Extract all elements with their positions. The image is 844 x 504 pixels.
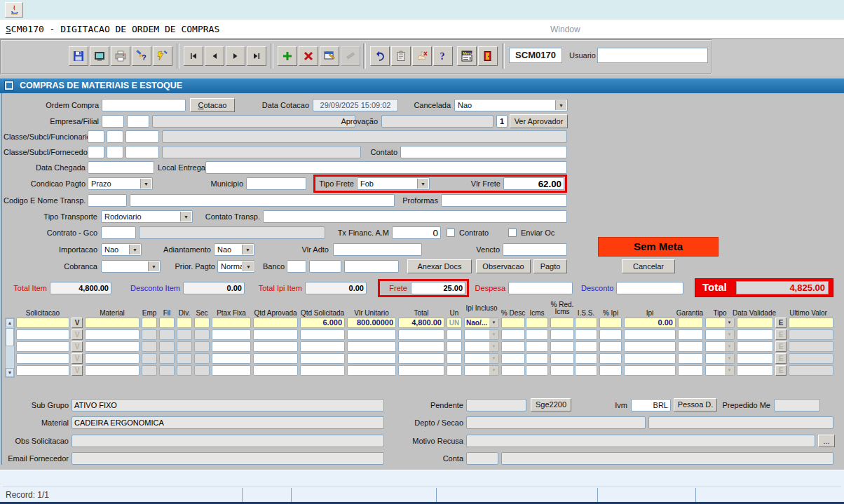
cell-material[interactable]	[85, 318, 139, 328]
cell-pct-desc[interactable]	[501, 353, 525, 364]
adiantamento-dropdown[interactable]: Nao▼	[214, 243, 254, 256]
cell-icms[interactable]	[526, 365, 548, 376]
cell-pct-ipi[interactable]	[599, 318, 622, 328]
classe-forn-1-input[interactable]	[88, 146, 104, 158]
cancelada-dropdown[interactable]: Nao▼	[454, 99, 568, 111]
cell-ptax-fixa[interactable]	[212, 365, 251, 376]
print-button[interactable]	[111, 46, 130, 66]
cancelar-button[interactable]: Cancelar	[622, 259, 675, 273]
cell-data-validade[interactable]	[737, 365, 773, 376]
cell-garantia[interactable]	[678, 353, 703, 364]
cell-total[interactable]	[398, 353, 444, 364]
cell-total[interactable]	[398, 329, 444, 340]
tipo-dropdown[interactable]: ▼	[705, 318, 735, 328]
despesa-input[interactable]	[508, 282, 573, 294]
enviar-oc-checkbox[interactable]	[508, 229, 517, 237]
cell-data-validade[interactable]	[737, 353, 773, 364]
pagto-button[interactable]: Pagto	[533, 259, 567, 273]
cell-iss[interactable]	[575, 341, 597, 352]
cell-solicitacao[interactable]	[16, 318, 69, 328]
save-button[interactable]	[69, 46, 88, 66]
cell-material[interactable]	[85, 365, 139, 376]
municipio-input[interactable]	[246, 177, 306, 190]
print-screen-button[interactable]	[90, 46, 109, 66]
cell-emp[interactable]	[142, 318, 157, 328]
codigo-transp-input[interactable]	[88, 194, 127, 207]
usuario-input[interactable]	[597, 48, 708, 63]
cell-pct-desc[interactable]	[501, 329, 525, 340]
cell-garantia[interactable]	[678, 329, 703, 340]
ver-aprovador-button[interactable]: Ver Aprovador	[510, 114, 568, 128]
cell-pct-red-icms[interactable]	[550, 318, 574, 328]
cell-garantia[interactable]	[678, 341, 703, 352]
cell-garantia[interactable]	[678, 318, 703, 328]
enter-query-button[interactable]	[320, 46, 339, 66]
contato-input[interactable]	[400, 146, 567, 158]
cell-data-validade[interactable]	[737, 341, 773, 352]
importacao-dropdown[interactable]: Nao▼	[101, 243, 142, 256]
cell-qtd-aprovada[interactable]	[253, 365, 298, 376]
observacao-button[interactable]: Observacao	[476, 259, 531, 273]
cell-ptax-fixa[interactable]	[212, 329, 251, 340]
cell-qtd-solicitada[interactable]	[300, 329, 345, 340]
cell-garantia[interactable]	[678, 365, 703, 376]
cell-pct-desc[interactable]	[501, 341, 525, 352]
pessoa-d-button[interactable]: Pessoa D.	[674, 398, 717, 411]
scroll-down-icon[interactable]: ▼	[6, 368, 14, 377]
cell-solicitacao[interactable]	[16, 329, 69, 340]
cell-total[interactable]: 4,800.00	[398, 318, 444, 328]
delete-record-button[interactable]	[299, 46, 318, 66]
contato-transp-input[interactable]	[263, 210, 567, 223]
last-record-button[interactable]	[247, 46, 266, 66]
previous-record-button[interactable]	[205, 46, 224, 66]
cell-pct-desc[interactable]	[501, 365, 525, 376]
banco-3-input[interactable]	[344, 260, 399, 273]
cell-ipi[interactable]	[624, 341, 676, 352]
cell-material[interactable]	[85, 353, 139, 364]
desconto-input[interactable]	[616, 282, 683, 294]
cell-pct-red-icms[interactable]	[550, 353, 574, 364]
cell-div[interactable]	[177, 318, 192, 328]
cell-icms[interactable]	[526, 318, 548, 328]
cell-qtd-aprovada[interactable]	[253, 341, 298, 352]
cell-total[interactable]	[398, 365, 444, 376]
local-entrega-input[interactable]	[205, 161, 567, 174]
scrollbar-thumb[interactable]	[6, 328, 14, 346]
banco-2-input[interactable]	[309, 260, 341, 273]
ellipsis-button[interactable]: ...	[818, 435, 835, 447]
cell-material[interactable]	[85, 329, 139, 340]
cell-data-validade[interactable]	[737, 329, 773, 340]
vlr-frete-input[interactable]	[503, 177, 564, 190]
cell-iss[interactable]	[575, 353, 597, 364]
help-button[interactable]: ?	[433, 46, 453, 66]
cell-pct-ipi[interactable]	[599, 353, 622, 364]
cotacao-button[interactable]: Cotacao	[190, 98, 235, 112]
exit-button[interactable]	[478, 46, 498, 66]
next-record-button[interactable]	[226, 46, 245, 66]
tipo-transporte-dropdown[interactable]: Rodoviario▼	[101, 210, 193, 223]
scroll-up-icon[interactable]: ▲	[6, 318, 14, 327]
anexar-docs-button[interactable]: Anexar Docs	[407, 259, 472, 273]
cell-ptax-fixa[interactable]	[212, 341, 251, 352]
classe-func-2-input[interactable]	[107, 130, 123, 143]
cell-fil[interactable]	[159, 318, 175, 328]
cell-pct-desc[interactable]	[501, 318, 525, 328]
cell-solicitacao[interactable]	[16, 353, 69, 364]
classe-func-1-input[interactable]	[88, 130, 104, 143]
cell-qtd-aprovada[interactable]	[253, 318, 298, 328]
cell-pct-red-icms[interactable]	[550, 329, 574, 340]
clipboard-button[interactable]	[391, 46, 411, 66]
vlr-adto-input[interactable]	[333, 243, 422, 256]
empresa-input[interactable]	[102, 115, 124, 128]
cell-ipi[interactable]	[624, 365, 676, 376]
cell-qtd-solicitada[interactable]	[300, 365, 345, 376]
cell-solicitacao[interactable]	[16, 365, 69, 376]
cell-material[interactable]	[85, 341, 139, 352]
cobranca-dropdown[interactable]: ▼	[101, 260, 161, 273]
cell-total[interactable]	[398, 341, 444, 352]
cell-vlr-unitario[interactable]: 800.00000	[347, 318, 396, 328]
banco-1-input[interactable]	[287, 260, 306, 273]
condicao-pagto-dropdown[interactable]: Prazo▼	[88, 177, 153, 190]
first-record-button[interactable]	[184, 46, 203, 66]
data-chegada-input[interactable]	[88, 161, 154, 174]
